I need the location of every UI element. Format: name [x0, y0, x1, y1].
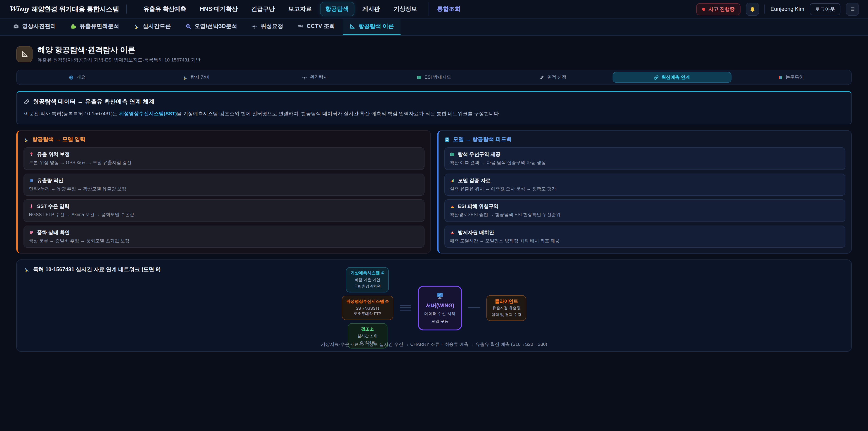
menu-button[interactable] — [846, 2, 859, 16]
monitor-icon — [436, 291, 444, 300]
subnav-item-aerial-search-theory[interactable]: 항공탐색 이론 — [343, 19, 401, 35]
page-title: 해양 항공탐색·원격탐사 이론 — [37, 45, 200, 55]
nav-item-integrated-search[interactable]: 통합조회 — [428, 2, 465, 16]
tab-label: 논문특허 — [786, 74, 804, 81]
page-subtitle: 유출유 원격탐지·항공감시 기법·ESI 방제정보지도·등록특허 10-1567… — [37, 57, 200, 63]
flow-item-desc: 색상 분류 → 증발비 추정 → 풍화모델 초기값 보정 — [29, 238, 419, 244]
tab-label: ESI 방제지도 — [425, 74, 451, 81]
nav-item-reports[interactable]: 보고자료 — [283, 2, 317, 16]
card-aerial-to-model: 항공탐색 → 모델 입력 유출 위치 보정 드론·위성 영상 → GPS 좌표 … — [16, 130, 431, 254]
node-weather-system: 기상예측시스템 ① 바람·기온·기압 국립환경과학원 — [346, 267, 389, 293]
flow-item-title: 탐색 우선구역 제공 — [458, 151, 500, 158]
section-tab-bar: 개요 탐지 장비 원격탐사 ESI 방제지도 면적 산정 확산예측 연계 — [16, 70, 852, 85]
card-right-header: 모델 → 항공탐색 피드백 — [444, 135, 845, 143]
node-line: 모델 구동 — [424, 318, 455, 324]
map-icon — [417, 75, 422, 80]
flow-item-sst-input: SST 수온 입력 NGSST FTP 수신 → Akima 보간 → 풍화모델… — [24, 199, 425, 222]
flow-item-spill-location: 유출 위치 보정 드론·위성 영상 → GPS 좌표 → 모델 유출지점 갱신 — [24, 147, 425, 170]
flow-item-title-row: ESI 피해 위험구역 — [450, 203, 840, 210]
page-title-row: 해양 항공탐색·원격탐사 이론 유출유 원격탐지·항공감시 기법·ESI 방제정… — [16, 45, 852, 63]
divider — [765, 4, 765, 13]
flow-item-title: 풍화 상태 확인 — [37, 229, 70, 236]
incident-dot-icon — [702, 7, 705, 11]
network-caption: 기상자료·수온자료·조석정보 실시간 수신 → CHARRY 조류 + 취송류 … — [24, 341, 844, 348]
flow-item-title: 방제자원 배치안 — [458, 229, 494, 236]
logo-wing-mark: Wing — [9, 5, 29, 13]
nav-item-weather-info[interactable]: 기상정보 — [389, 2, 422, 16]
node-line: 바람·기온·기압 — [350, 277, 384, 283]
main-menu: 유출유 확산예측 HNS·대기확산 긴급구난 보고자료 항공탐색 게시판 기상정… — [138, 2, 466, 16]
node-line: 국립환경과학원 — [350, 284, 384, 289]
nav-item-aerial-search[interactable]: 항공탐색 — [320, 2, 354, 16]
single-connection-line — [468, 307, 480, 308]
link-icon — [654, 75, 659, 80]
body-prefix: 이문진 박사 특허(등록특허 10-1567431)는 — [24, 111, 119, 116]
flow-item-title: SST 수온 입력 — [37, 203, 69, 210]
flow-item-priority-zone: 탐색 우선구역 제공 확산 예측 결과 → 다음 탐색 집중구역 자동 생성 — [444, 147, 845, 170]
app-logo[interactable]: Wing 해양환경 위기대응 통합시스템 — [9, 5, 119, 13]
flow-item-title-row: SST 수온 입력 — [29, 203, 419, 210]
divider — [126, 4, 127, 13]
flow-item-desc: 확산 예측 결과 → 다음 탐색 집중구역 자동 생성 — [450, 160, 840, 166]
nav-item-board[interactable]: 게시판 — [358, 2, 385, 16]
subnav-item-image-photo-management[interactable]: 영상사진관리 — [6, 19, 63, 35]
pen-icon — [539, 75, 544, 80]
tab-label: 개요 — [76, 74, 86, 81]
node-line: 입력 및 결과 수령 — [491, 312, 522, 317]
notifications-button[interactable] — [746, 2, 759, 16]
tab-overview[interactable]: 개요 — [18, 72, 136, 83]
tab-label: 면적 산정 — [547, 74, 566, 81]
subnav-label: 실시간드론 — [143, 23, 171, 30]
sub-navigation-tabs: 영상사진관리 유출유면적분석 실시간드론 오염/선박3D분석 위성요청 CCTV… — [0, 19, 868, 36]
satellite-dish-icon — [183, 75, 188, 80]
tab-area-calculation[interactable]: 면적 산정 — [493, 72, 612, 83]
tab-papers-patents[interactable]: 논문특허 — [732, 72, 850, 83]
nav-item-oil-spill-prediction[interactable]: 유출유 확산예측 — [138, 2, 191, 16]
node-title: 서버(WING) — [424, 302, 455, 309]
barchart-icon — [450, 178, 455, 183]
tab-remote-sensing[interactable]: 원격탐사 — [256, 72, 375, 83]
subnav-item-realtime-drone[interactable]: 실시간드론 — [127, 19, 178, 35]
node-line: 실시간 조위 — [352, 333, 383, 339]
node-client: 클라이언트 유출지점·유출량 입력 및 결과 수령 — [487, 295, 526, 321]
subnav-item-pollution-ship-3d[interactable]: 오염/선박3D분석 — [179, 19, 244, 35]
books-icon — [778, 75, 783, 80]
camera-icon — [13, 24, 19, 29]
tab-detection-equipment[interactable]: 탐지 장비 — [136, 72, 255, 83]
palette-icon — [29, 230, 34, 235]
satellite-icon — [302, 75, 307, 80]
map-icon — [450, 152, 455, 157]
subnav-item-cctv[interactable]: CCTV 조회 — [291, 19, 342, 35]
flow-item-title-row: 방제자원 배치안 — [450, 229, 840, 236]
incident-status-badge: 사고 진행중 — [696, 3, 741, 15]
node-server-wing: 서버(WING) 데이터 수신·처리 모델 구동 — [417, 285, 462, 330]
satellite-dish-icon — [24, 137, 29, 142]
flow-item-title-row: 탐색 우선구역 제공 — [450, 151, 840, 158]
flow-item-desc: 면적×두께 → 유량 추정 → 확산모델 유출량 보정 — [29, 186, 419, 192]
refresh-icon — [444, 137, 450, 142]
card-left-title: 항공탐색 → 모델 입력 — [32, 135, 86, 143]
tab-prediction-linkage[interactable]: 확산예측 연계 — [612, 72, 731, 83]
sst-highlight-link[interactable]: 위성영상수신시스템(SST) — [119, 111, 177, 116]
ship-icon — [450, 230, 455, 235]
thermometer-icon — [29, 204, 34, 209]
node-line: 데이터 수신·처리 — [424, 311, 455, 317]
nav-item-emergency-rescue[interactable]: 긴급구난 — [246, 2, 280, 16]
node-title: 검조소 — [352, 326, 383, 332]
cctv-icon — [298, 24, 304, 29]
subnav-item-oil-area-analysis[interactable]: 유출유면적분석 — [64, 19, 126, 35]
tab-label: 확산예측 연계 — [662, 74, 690, 81]
card-model-to-aerial: 모델 → 항공탐색 피드백 탐색 우선구역 제공 확산 예측 결과 → 다음 탐… — [437, 130, 852, 254]
tab-esi-map[interactable]: ESI 방제지도 — [375, 72, 493, 83]
subnav-label: CCTV 조회 — [307, 23, 335, 30]
flow-item-title-row: 모델 검증 자료 — [450, 177, 840, 184]
linkage-panel-heading: 항공탐색 데이터 → 유출유 확산예측 연계 체계 — [24, 98, 844, 106]
nav-item-hns-diffusion[interactable]: HNS·대기확산 — [195, 2, 243, 16]
flow-item-title-row: 유출량 역산 — [29, 177, 419, 184]
flow-item-title-row: 풍화 상태 확인 — [29, 229, 419, 236]
subnav-item-satellite-request[interactable]: 위성요청 — [245, 19, 290, 35]
flow-item-desc: 드론·위성 영상 → GPS 좌표 → 모델 유출지점 갱신 — [29, 160, 419, 166]
flow-item-desc: 확산경로×ESI 중첩 → 항공탐색 ESI 현장확인 우선순위 — [450, 212, 840, 218]
globe-icon — [69, 75, 74, 80]
logout-button[interactable]: 로그아웃 — [810, 3, 840, 15]
